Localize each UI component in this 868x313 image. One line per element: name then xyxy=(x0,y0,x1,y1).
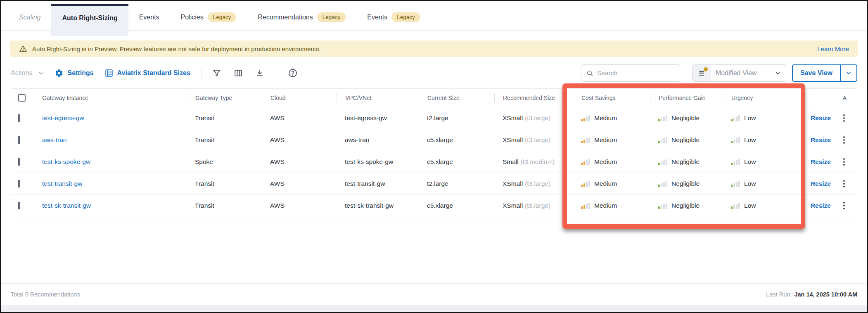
recommended-size-value: XSmall xyxy=(503,136,523,143)
recommended-size-value: Small xyxy=(503,158,519,165)
performance-gain-value: Negligible xyxy=(671,114,700,122)
search-icon xyxy=(586,70,593,77)
row-checkbox[interactable] xyxy=(18,202,20,209)
columns-icon[interactable] xyxy=(234,68,244,78)
performance-gain-value: Negligible xyxy=(671,136,700,144)
gateway-instance-link[interactable]: test-sk-transit-gw xyxy=(42,202,91,209)
kebab-menu-icon[interactable] xyxy=(842,200,847,211)
cost-savings-value: Medium xyxy=(594,202,617,209)
performance-gain-bars-icon xyxy=(658,180,667,187)
save-view-button[interactable]: Save View xyxy=(793,65,841,81)
col-cost-savings: Cost Savings xyxy=(573,93,650,103)
recommended-instance-type: (t3.large) xyxy=(525,180,550,187)
tab-auto-right-sizing[interactable]: Auto Right-Sizing xyxy=(51,4,128,36)
col-cloud: Cloud xyxy=(262,93,337,103)
cost-savings-bars-icon xyxy=(581,202,590,209)
col-actions-clipped: A xyxy=(798,93,857,103)
resize-button[interactable]: Resize xyxy=(811,202,831,209)
cell-actions: Resize xyxy=(798,178,857,189)
kebab-menu-icon[interactable] xyxy=(842,178,847,189)
col-performance-gain: Performance Gain xyxy=(650,93,723,103)
standard-sizes-label: Aviatrix Standard Sizes xyxy=(117,69,190,77)
cell-gateway-type: Transit xyxy=(187,114,262,122)
cell-gateway-type: Transit xyxy=(187,202,262,209)
save-view-caret-button[interactable] xyxy=(841,65,856,81)
aviatrix-standard-sizes-button[interactable]: Aviatrix Standard Sizes xyxy=(104,69,190,78)
tab-auto-right-sizing-label: Auto Right-Sizing xyxy=(62,14,117,22)
row-checkbox[interactable] xyxy=(18,114,20,122)
toolbar-divider xyxy=(201,67,202,79)
learn-more-link[interactable]: Learn More xyxy=(817,45,849,52)
tab-events-legacy[interactable]: Events Legacy xyxy=(356,4,431,30)
chevron-down-icon xyxy=(845,70,852,76)
help-icon[interactable] xyxy=(288,68,299,78)
cost-savings-value: Medium xyxy=(594,114,617,122)
row-checkbox[interactable] xyxy=(18,158,20,166)
gateway-instance-link[interactable]: test-ks-spoke-gw xyxy=(42,158,90,165)
total-recommendations: Total 5 Recommendations xyxy=(11,291,80,298)
download-icon[interactable] xyxy=(255,68,266,78)
filter-icon[interactable] xyxy=(212,68,223,78)
tab-recommendations[interactable]: Recommendations Legacy xyxy=(247,4,356,30)
tab-recommendations-label: Recommendations xyxy=(258,14,313,21)
row-checkbox[interactable] xyxy=(18,180,20,187)
cell-actions: Resize xyxy=(798,156,857,167)
tab-scaling-label: Scaling xyxy=(19,14,40,21)
view-selector-dropdown[interactable]: Modified View xyxy=(692,64,786,82)
tab-events[interactable]: Events xyxy=(128,4,170,30)
kebab-menu-icon[interactable] xyxy=(842,156,847,167)
row-checkbox-cell xyxy=(11,158,34,166)
kebab-menu-icon[interactable] xyxy=(842,135,847,145)
app-window: Scaling Auto Right-Sizing Events Policie… xyxy=(0,0,868,313)
warning-icon xyxy=(19,45,27,53)
banner-text: Auto Right-Sizing is in Preview. Preview… xyxy=(32,45,817,52)
cell-current-size: c5.xlarge xyxy=(419,136,494,144)
table-row: test-ks-spoke-gw Spoke AWS test-ks-spoke… xyxy=(11,151,857,173)
tab-policies[interactable]: Policies Legacy xyxy=(170,4,247,30)
kebab-menu-icon[interactable] xyxy=(842,113,847,123)
cell-current-size: c5.xlarge xyxy=(419,158,494,166)
gateway-instance-link[interactable]: test-egress-gw xyxy=(42,114,84,121)
search-input[interactable] xyxy=(597,69,675,77)
recommended-size-value: XSmall xyxy=(503,180,523,187)
save-view-label: Save View xyxy=(800,69,832,77)
recommended-instance-type: (t3.large) xyxy=(525,114,550,121)
select-all-checkbox[interactable] xyxy=(18,94,26,102)
row-checkbox-cell xyxy=(11,114,34,122)
cell-performance-gain: Negligible xyxy=(650,202,723,209)
tab-policies-label: Policies xyxy=(181,14,204,21)
toolbar-divider xyxy=(277,67,277,79)
table-row: test-sk-transit-gw Transit AWS test-sk-t… xyxy=(11,194,857,216)
cell-recommended-size: XSmall(t3.large) xyxy=(494,114,573,122)
urgency-value: Low xyxy=(744,136,756,144)
col-vpc-vnet: VPC/VNet xyxy=(337,93,419,103)
resize-button[interactable]: Resize xyxy=(811,114,831,122)
cell-cost-savings: Medium xyxy=(573,114,650,122)
resize-button[interactable]: Resize xyxy=(811,158,831,166)
resize-button[interactable]: Resize xyxy=(811,180,831,187)
cell-urgency: Low xyxy=(723,158,798,166)
cell-performance-gain: Negligible xyxy=(650,114,723,122)
cell-cloud: AWS xyxy=(262,202,337,209)
row-checkbox-cell xyxy=(11,136,34,144)
legacy-badge: Legacy xyxy=(317,12,346,22)
legacy-badge: Legacy xyxy=(208,12,237,22)
legacy-badge: Legacy xyxy=(391,12,420,22)
performance-gain-bars-icon xyxy=(658,137,667,143)
col-urgency: Urgency xyxy=(723,93,798,103)
gateway-instance-link[interactable]: aws-tran xyxy=(42,136,66,143)
cell-cost-savings: Medium xyxy=(573,136,650,144)
urgency-bars-icon xyxy=(731,180,740,187)
actions-dropdown[interactable]: Actions xyxy=(11,69,44,77)
cell-gateway-instance: test-transit-gw xyxy=(34,180,187,187)
cell-gateway-type: Transit xyxy=(187,136,262,144)
gateway-instance-link[interactable]: test-transit-gw xyxy=(42,180,82,187)
search-box xyxy=(581,64,680,82)
cell-urgency: Low xyxy=(723,180,798,187)
tab-scaling[interactable]: Scaling xyxy=(8,4,51,30)
cell-cost-savings: Medium xyxy=(573,180,650,187)
row-checkbox[interactable] xyxy=(18,136,20,144)
resize-button[interactable]: Resize xyxy=(811,136,831,144)
urgency-bars-icon xyxy=(731,159,740,165)
settings-button[interactable]: Settings xyxy=(55,69,93,78)
